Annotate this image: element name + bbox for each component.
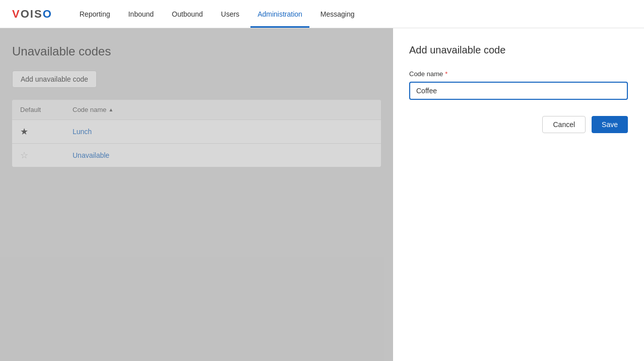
sort-arrow-icon: ▲: [108, 107, 113, 112]
logo-i: I: [30, 8, 34, 20]
table-row: ★ Lunch: [12, 120, 381, 144]
star-filled-icon[interactable]: ★: [20, 126, 28, 137]
cell-default-2: ☆: [20, 150, 60, 161]
required-star: *: [445, 70, 447, 78]
column-header-default: Default: [20, 106, 60, 113]
code-name-label-text: Code name: [409, 70, 443, 78]
cell-codename-1[interactable]: Lunch: [73, 128, 92, 136]
main-layout: Unavailable codes Add unavailable code D…: [0, 28, 644, 361]
right-panel: Add unavailable code Code name * Cancel …: [393, 28, 644, 361]
cancel-button[interactable]: Cancel: [542, 116, 586, 133]
nav-item-administration[interactable]: Administration: [250, 0, 309, 28]
left-content: Unavailable codes Add unavailable code D…: [0, 28, 393, 179]
cell-default-1: ★: [20, 126, 60, 137]
logo-s: S: [34, 8, 43, 20]
code-name-label: Code name: [73, 106, 106, 113]
logo-v: V: [12, 8, 21, 20]
code-name-form-group: Code name *: [409, 70, 628, 100]
header: VOISO Reporting Inbound Outbound Users A…: [0, 0, 644, 28]
cell-codename-2[interactable]: Unavailable: [73, 151, 109, 159]
logo-o1: O: [21, 8, 30, 20]
nav-item-users[interactable]: Users: [214, 0, 247, 28]
main-nav: Reporting Inbound Outbound Users Adminis…: [73, 0, 362, 28]
unavailable-codes-table: Default Code name ▲ ★ Lunch ☆: [12, 100, 381, 167]
page-title: Unavailable codes: [12, 44, 381, 58]
add-unavailable-code-button[interactable]: Add unavailable code: [12, 71, 97, 88]
logo: VOISO: [12, 8, 52, 21]
table-header: Default Code name ▲: [12, 100, 381, 120]
code-name-label: Code name *: [409, 70, 628, 78]
nav-item-outbound[interactable]: Outbound: [165, 0, 210, 28]
table-row: ☆ Unavailable: [12, 144, 381, 167]
star-empty-icon[interactable]: ☆: [20, 150, 28, 161]
modal-title: Add unavailable code: [409, 44, 628, 56]
logo-o2: O: [43, 8, 52, 20]
code-name-input[interactable]: [409, 82, 628, 100]
save-button[interactable]: Save: [592, 116, 628, 133]
column-header-code-name[interactable]: Code name ▲: [73, 106, 113, 113]
left-panel: Unavailable codes Add unavailable code D…: [0, 28, 393, 361]
nav-item-reporting[interactable]: Reporting: [73, 0, 117, 28]
nav-item-messaging[interactable]: Messaging: [313, 0, 362, 28]
nav-item-inbound[interactable]: Inbound: [121, 0, 161, 28]
modal-actions: Cancel Save: [409, 116, 628, 133]
